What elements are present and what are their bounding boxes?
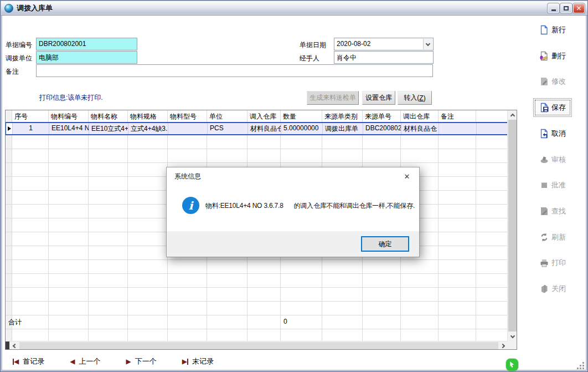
grid-cell[interactable]: 立式4+4缺3.	[128, 123, 168, 134]
grid-cell[interactable]: 材料良品仓	[401, 123, 439, 134]
horizontal-scrollbar[interactable]	[6, 341, 508, 350]
column-header[interactable]: 物料型号	[168, 110, 207, 122]
column-header[interactable]: 物料名称	[89, 110, 128, 122]
resize-grip[interactable]	[577, 362, 584, 369]
new-row-icon	[539, 25, 549, 35]
selected-data-row[interactable]: 1EE10L4+4 NEE10立式4+立式4+4缺3.PCS材料良品仓5.000…	[6, 122, 508, 135]
grid-cell[interactable]: 1	[13, 123, 49, 134]
maximize-button[interactable]	[560, 3, 572, 13]
grid-cell[interactable]: EE10立式4+	[89, 123, 128, 134]
dialog-title: 系统信息	[174, 172, 201, 181]
column-header[interactable]: 物料规格	[128, 110, 168, 122]
column-header[interactable]: 调出仓库	[401, 110, 439, 122]
last-record-button[interactable]: ▶ 末记录	[182, 356, 214, 366]
doc-no-field[interactable]: DBR200802001	[36, 38, 137, 50]
column-header[interactable]: 备注	[439, 110, 476, 122]
grid-cell	[207, 274, 247, 287]
grid-cell	[476, 135, 508, 149]
grid-cell[interactable]: 5.00000000	[281, 123, 323, 134]
vertical-scrollbar[interactable]	[507, 110, 517, 341]
grid-cell[interactable]	[439, 123, 477, 134]
column-header[interactable]: 单位	[207, 110, 247, 122]
column-header[interactable]: 来源单号	[363, 110, 401, 122]
total-row: 合计0	[6, 315, 508, 329]
approve-button[interactable]: 批准	[520, 173, 585, 197]
next-record-button[interactable]: ▶ 下一个	[126, 356, 156, 366]
delete-row-button[interactable]: 删行	[520, 44, 585, 68]
grid-cell	[247, 329, 281, 341]
column-header[interactable]	[476, 110, 508, 122]
column-header[interactable]: 物料编号	[49, 110, 89, 122]
first-record-button[interactable]: ◀ 首记录	[13, 356, 44, 366]
scroll-left-button[interactable]	[9, 342, 19, 350]
tray-status-icon[interactable]	[506, 359, 518, 371]
grid-cell	[439, 274, 476, 287]
save-button[interactable]: 保存	[520, 95, 585, 120]
horizontal-scroll-thumb[interactable]	[19, 342, 498, 350]
generate-inspection-button[interactable]: 生成来料送检单	[307, 91, 359, 105]
date-dropdown-button[interactable]	[423, 39, 432, 49]
refresh-icon	[539, 232, 549, 242]
grid-cell	[322, 288, 363, 301]
ok-button[interactable]: 确定	[361, 236, 409, 252]
modify-icon	[539, 77, 549, 86]
grid-cell	[49, 315, 89, 329]
remark-field[interactable]	[36, 64, 433, 77]
column-header[interactable]: 序号	[12, 110, 49, 122]
transfer-in-button[interactable]: 转入(Z)	[398, 91, 432, 105]
minimize-button[interactable]	[548, 3, 559, 13]
unit-field[interactable]: 电脑部	[36, 51, 137, 64]
grid-cell	[89, 205, 128, 218]
grid-cell	[476, 163, 508, 176]
window-title: 调拨入库单	[17, 3, 53, 13]
grid-cell	[12, 288, 49, 301]
delete-row-icon	[539, 51, 549, 61]
find-button[interactable]: 查找	[520, 199, 585, 223]
grid-cell	[207, 260, 247, 273]
grid-cell[interactable]: EE10L4+4 N	[49, 123, 89, 134]
dialog-close-icon[interactable]: ✕	[401, 171, 412, 182]
grid-cell[interactable]: PCS	[208, 123, 248, 134]
grid-cell	[476, 149, 508, 162]
grid-cell	[12, 232, 49, 246]
close-button[interactable]: ✕	[573, 3, 585, 13]
close-button[interactable]: 关闭	[520, 277, 585, 301]
handler-field[interactable]: 肖令中	[334, 51, 434, 64]
grid-cell	[128, 302, 168, 315]
column-header[interactable]: 数量	[281, 110, 322, 122]
grid-cell	[281, 329, 322, 341]
print-button[interactable]: 打印	[520, 251, 585, 275]
grid-cell	[281, 260, 322, 273]
grid-cell	[128, 149, 168, 162]
unit-label: 调拨单位	[6, 54, 32, 63]
set-warehouse-button[interactable]: 设置仓库	[362, 91, 395, 105]
vertical-scroll-thumb[interactable]	[508, 120, 517, 332]
grid-cell	[128, 260, 168, 273]
column-header[interactable]: 调入仓库	[247, 110, 281, 122]
grid-cell	[168, 315, 207, 329]
previous-record-button[interactable]: ◀ 上一个	[70, 356, 100, 366]
column-header[interactable]: 来源单类别	[322, 110, 363, 122]
audit-button[interactable]: 审核	[520, 147, 585, 172]
refresh-button[interactable]: 刷新	[520, 225, 585, 249]
grid-cell	[439, 329, 476, 341]
grid-cell[interactable]	[477, 123, 509, 134]
first-record-icon: ◀	[13, 358, 19, 365]
grid-cell	[12, 329, 49, 341]
grid-cell[interactable]	[168, 123, 208, 134]
date-combobox[interactable]: 2020-08-02	[334, 38, 434, 50]
scroll-up-button[interactable]	[508, 110, 517, 120]
modify-button[interactable]: 修改	[520, 69, 585, 94]
grid-cell[interactable]: 材料良品仓	[248, 123, 281, 134]
scroll-down-button[interactable]	[508, 332, 517, 341]
grid-cell	[168, 149, 207, 162]
grid-cell	[89, 232, 128, 246]
grid-cell	[49, 260, 89, 273]
grid-cell[interactable]: 调拨出库单	[323, 123, 363, 134]
previous-record-icon: ◀	[70, 358, 75, 365]
new-row-button[interactable]: 新行	[520, 18, 585, 42]
grid-cell[interactable]: DBC200802	[363, 123, 401, 134]
grid-splitter[interactable]	[6, 342, 9, 350]
handler-label: 经手人	[300, 54, 319, 63]
cancel-button[interactable]: 取消	[520, 121, 585, 146]
